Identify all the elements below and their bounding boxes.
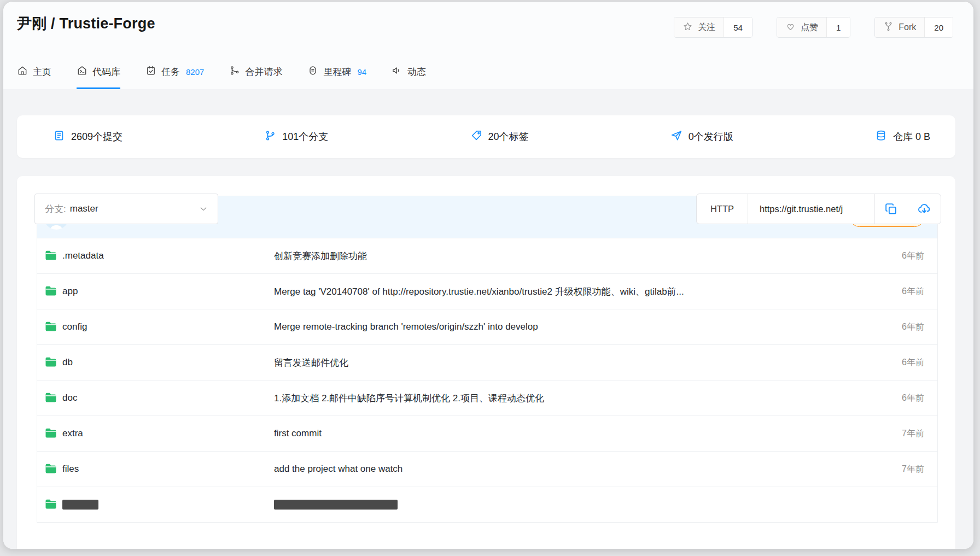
like-button[interactable]: 点赞 1 xyxy=(777,17,850,38)
fork-icon xyxy=(883,21,894,34)
clone-protocol-button[interactable]: HTTP xyxy=(697,194,748,224)
milestone-icon xyxy=(307,65,318,79)
file-commit-time: 7年前 xyxy=(902,428,924,440)
file-commit-message[interactable]: 留言发送邮件优化 xyxy=(274,356,866,369)
star-icon xyxy=(682,21,693,34)
file-name[interactable]: extra xyxy=(62,428,83,439)
stat-repo-size-label: 仓库 0 B xyxy=(893,130,930,143)
clipped-text-sliver xyxy=(62,500,98,510)
tab-milestones-label: 里程碑 xyxy=(323,66,351,78)
stat-tags-label: 20个标签 xyxy=(488,130,529,143)
code-panel: 分支: master HTTP https://git.trustie.net/… xyxy=(17,176,955,549)
tab-code-label: 代码库 xyxy=(92,66,120,78)
tab-milestones-count: 94 xyxy=(357,67,366,77)
branch-selector[interactable]: 分支: master xyxy=(34,194,218,224)
repo-stats-bar: 2609个提交 101个分支 20个标签 0个发行版 仓库 0 B xyxy=(17,115,955,158)
stat-commits-label: 2609个提交 xyxy=(71,130,122,143)
folder-icon xyxy=(45,250,57,262)
tag-icon xyxy=(470,130,482,144)
tasks-icon xyxy=(145,65,156,79)
file-commit-message[interactable]: 创新竞赛添加删除功能 xyxy=(274,250,866,262)
copy-icon[interactable] xyxy=(884,202,898,216)
branch-icon xyxy=(264,130,276,144)
clone-url-group: HTTP https://git.trustie.net/j xyxy=(696,194,941,224)
file-row-app[interactable]: app Merge tag 'V20140708' of http://repo… xyxy=(37,273,937,309)
file-name[interactable]: config xyxy=(62,321,87,332)
file-row-metadata[interactable]: .metadata 创新竞赛添加删除功能 6年前 xyxy=(37,238,937,273)
folder-icon xyxy=(45,392,57,405)
tab-code-repository[interactable]: 代码库 xyxy=(77,54,120,89)
file-commit-message[interactable]: 1.添加文档 2.邮件中缺陷序号计算机制优化 2.项目、课程动态优化 xyxy=(274,392,866,405)
file-name[interactable]: app xyxy=(62,286,78,297)
file-name[interactable]: db xyxy=(62,357,73,368)
watch-button[interactable]: 关注 54 xyxy=(674,17,752,38)
tab-activity[interactable]: 动态 xyxy=(392,54,426,89)
file-commit-message[interactable]: add the project what one watch xyxy=(274,464,866,475)
fork-count[interactable]: 20 xyxy=(924,17,953,37)
code-repo-icon xyxy=(77,65,88,79)
file-name[interactable]: .metadata xyxy=(62,250,104,261)
watch-label: 关注 xyxy=(698,22,715,33)
folder-icon xyxy=(45,463,57,476)
folder-icon xyxy=(45,428,57,440)
tab-activity-label: 动态 xyxy=(407,66,426,78)
page-content: 2609个提交 101个分支 20个标签 0个发行版 仓库 0 B 分支: xyxy=(3,89,973,549)
file-row-db[interactable]: db 留言发送邮件优化 6年前 xyxy=(37,344,937,380)
stat-branches[interactable]: 101个分支 xyxy=(264,130,328,144)
clone-url-field[interactable]: https://git.trustie.net/j xyxy=(748,194,875,224)
stat-commits[interactable]: 2609个提交 xyxy=(53,130,122,144)
branch-label: 分支: xyxy=(45,203,66,215)
file-commit-message[interactable]: Merge tag 'V20140708' of http://reposito… xyxy=(274,285,866,298)
commits-icon xyxy=(53,130,65,144)
file-commit-time: 6年前 xyxy=(902,286,924,297)
file-commit-time: 7年前 xyxy=(902,464,924,475)
database-icon xyxy=(875,130,887,144)
home-icon xyxy=(17,65,28,79)
repo-actions: 关注 54 点赞 1 Fork 20 xyxy=(674,17,953,38)
file-row-extra[interactable]: extra first commit 7年前 xyxy=(37,415,937,451)
page-title[interactable]: 尹刚 / Trustie-Forge xyxy=(17,14,155,33)
merge-icon xyxy=(229,65,240,79)
file-commit-message[interactable]: first commit xyxy=(274,428,866,439)
branch-value: master xyxy=(70,203,98,214)
tab-merge-requests[interactable]: 合并请求 xyxy=(229,54,282,89)
chevron-down-icon xyxy=(199,204,208,213)
file-row-doc[interactable]: doc 1.添加文档 2.邮件中缺陷序号计算机制优化 2.项目、课程动态优化 6… xyxy=(37,380,937,415)
tab-milestones[interactable]: 里程碑 94 xyxy=(307,54,366,89)
tab-home[interactable]: 主页 xyxy=(17,54,51,89)
cloud-download-icon[interactable] xyxy=(917,202,931,216)
file-row-files[interactable]: files add the project what one watch 7年前 xyxy=(37,451,937,487)
file-name[interactable]: files xyxy=(62,464,79,475)
app-window: 尹刚 / Trustie-Forge 关注 54 点赞 1 Fork xyxy=(3,1,974,549)
stat-releases[interactable]: 0个发行版 xyxy=(670,130,733,144)
fork-label: Fork xyxy=(899,22,916,32)
stat-repo-size[interactable]: 仓库 0 B xyxy=(875,130,930,144)
file-commit-message[interactable]: Merge remote-tracking branch 'remotes/or… xyxy=(274,321,866,332)
folder-icon xyxy=(45,499,57,511)
file-commit-time: 6年前 xyxy=(902,250,924,262)
stat-branches-label: 101个分支 xyxy=(282,130,328,143)
tab-tasks-count: 8207 xyxy=(186,67,204,77)
fork-button[interactable]: Fork 20 xyxy=(874,17,953,38)
watch-count[interactable]: 54 xyxy=(724,17,752,37)
heart-icon xyxy=(785,21,796,34)
clipped-text-sliver xyxy=(274,500,398,510)
folder-icon xyxy=(45,321,57,333)
file-row-config[interactable]: config Merge remote-tracking branch 'rem… xyxy=(37,309,937,344)
file-commit-time: 6年前 xyxy=(902,357,924,368)
repo-tabs: 主页 代码库 任务 8207 合并请求 里程碑 94 动态 xyxy=(17,54,426,89)
tab-tasks-label: 任务 xyxy=(161,66,180,78)
tab-merge-label: 合并请求 xyxy=(245,66,282,78)
like-count[interactable]: 1 xyxy=(826,17,850,37)
activity-icon xyxy=(392,65,402,79)
file-commit-time: 6年前 xyxy=(902,321,924,333)
folder-icon xyxy=(45,285,57,298)
tab-tasks[interactable]: 任务 8207 xyxy=(145,54,204,89)
stat-releases-label: 0个发行版 xyxy=(689,130,733,143)
like-label: 点赞 xyxy=(801,22,818,33)
file-table: guange gemfile 更新 5年前 221e70d648 .metada… xyxy=(37,196,938,523)
file-commit-time: 6年前 xyxy=(902,393,924,404)
stat-tags[interactable]: 20个标签 xyxy=(470,130,529,144)
file-name[interactable]: doc xyxy=(62,393,77,403)
file-row-clipped[interactable] xyxy=(37,487,937,522)
